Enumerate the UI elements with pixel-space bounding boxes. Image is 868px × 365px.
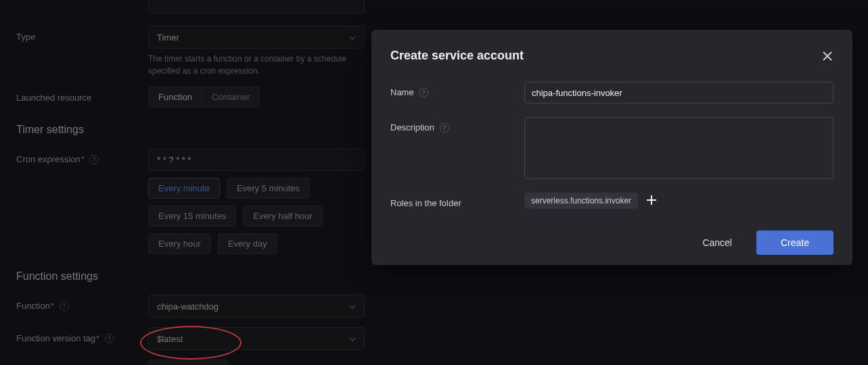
function-select[interactable]: chipa-watchdog — [148, 295, 365, 318]
required-marker: * — [51, 301, 54, 311]
preset-every-day[interactable]: Every day — [218, 233, 277, 254]
preset-every-minute[interactable]: Every minute — [148, 178, 220, 199]
preset-every-hour[interactable]: Every hour — [148, 233, 211, 254]
service-account-label: Service account* ? — [16, 360, 148, 365]
required-marker: * — [96, 333, 99, 343]
help-icon[interactable]: ? — [105, 334, 114, 343]
roles-label: Roles in the folder — [390, 193, 524, 208]
type-select[interactable]: Timer — [148, 26, 365, 49]
preset-every-5-minutes[interactable]: Every 5 minutes — [227, 178, 310, 199]
function-version-tag-value: $latest — [157, 334, 183, 344]
cron-expression-input[interactable]: * * ? * * * — [148, 148, 365, 171]
cron-presets: Every minute Every 5 minutes Every 15 mi… — [148, 178, 378, 254]
function-version-tag-select[interactable]: $latest — [148, 327, 365, 350]
required-marker: * — [81, 154, 85, 164]
create-button[interactable]: Create — [756, 230, 833, 255]
chevron-down-icon — [349, 335, 356, 343]
close-icon[interactable] — [821, 50, 833, 62]
function-settings-heading: Function settings — [16, 270, 852, 283]
name-label: Name ? — [390, 82, 524, 98]
cron-expression-label: Cron expression* ? — [16, 148, 148, 165]
function-version-tag-label: Function version tag* ? — [16, 327, 148, 344]
add-role-icon[interactable] — [646, 195, 657, 208]
launched-resource-toggle: Function Container — [148, 87, 365, 107]
description-textarea[interactable] — [524, 117, 833, 179]
help-icon[interactable]: ? — [89, 155, 99, 164]
help-icon[interactable]: ? — [419, 88, 428, 97]
description-label: Description ? — [390, 117, 524, 133]
cancel-button[interactable]: Cancel — [691, 230, 743, 255]
function-label: Function* ? — [16, 295, 148, 312]
help-icon[interactable]: ? — [440, 123, 449, 132]
help-icon[interactable]: ? — [60, 301, 69, 311]
cron-value: * * ? * * * — [157, 155, 191, 165]
create-service-account-modal: Create service account Name ? Descriptio… — [371, 30, 852, 265]
launched-container-btn[interactable]: Container — [202, 87, 260, 107]
preset-every-half-hour[interactable]: Every half hour — [243, 205, 322, 226]
modal-title: Create service account — [390, 49, 524, 63]
name-input[interactable] — [524, 82, 833, 103]
launched-function-btn[interactable]: Function — [148, 87, 202, 107]
create-account-button[interactable]: Create account — [148, 360, 228, 365]
chevron-down-icon — [349, 34, 356, 41]
chevron-down-icon — [349, 303, 356, 310]
function-value: chipa-watchdog — [157, 301, 219, 312]
preset-every-15-minutes[interactable]: Every 15 minutes — [148, 205, 236, 226]
type-hint: The timer starts a function or a contain… — [148, 53, 365, 77]
launched-resource-label: Launched resource — [16, 87, 148, 103]
partial-input-above[interactable] — [148, 0, 365, 14]
type-label: Type — [16, 26, 148, 42]
role-chip[interactable]: serverless.functions.invoker — [524, 193, 638, 209]
type-value: Timer — [157, 32, 179, 43]
